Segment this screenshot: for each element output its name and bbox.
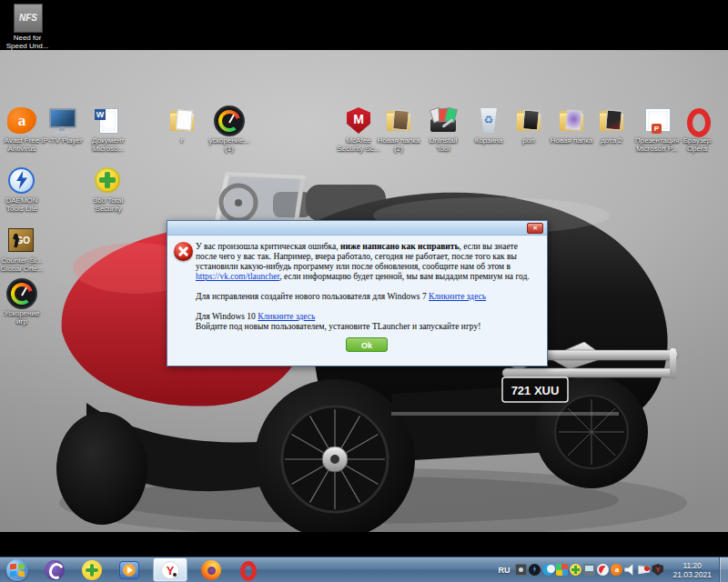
dialog-link[interactable]: Кликните здесь <box>258 312 315 321</box>
avast-tray-icon[interactable] <box>611 564 622 576</box>
system-tray-area: RU 11:20 21.03.2021 <box>492 557 728 582</box>
folder-dark-icon <box>513 106 544 135</box>
show-desktop-button[interactable] <box>719 557 728 582</box>
icon-label: Новая папка <box>550 136 593 145</box>
ts360-icon <box>81 559 103 581</box>
desktop-icon-opera[interactable]: Браузер Opera <box>675 106 719 153</box>
icon-label: Документ Microso... <box>86 136 130 153</box>
taskbar-firefox-button[interactable] <box>197 558 225 581</box>
taskbar-start-button[interactable] <box>4 558 31 581</box>
flag-tray-icon[interactable] <box>638 566 650 576</box>
icon-label: McAfee Security Sc... <box>337 136 380 153</box>
desktop-icon-daemon[interactable]: DAEMON Tools Lite <box>0 166 44 213</box>
start-icon <box>6 559 28 581</box>
daemon-tray-icon[interactable] <box>529 564 541 576</box>
folder-icon <box>167 106 197 135</box>
dialog-link[interactable]: Кликните здесь <box>429 292 486 301</box>
desktop-icon-ts360[interactable]: 360 Total Security <box>86 166 130 213</box>
dialog-body: У вас произошла критическая ошибка, ниже… <box>167 236 547 356</box>
icon-label: Браузер Opera <box>675 136 719 153</box>
dialog-titlebar[interactable]: × <box>167 221 547 236</box>
language-indicator[interactable]: RU <box>492 557 515 582</box>
desktop-icon-uninstall[interactable]: Uninstall Tool <box>421 106 465 153</box>
desktop-icon-iptv[interactable]: IP-TV Player <box>40 106 84 145</box>
icon-label: Avast Free Antivirus <box>0 136 44 153</box>
desktop-icon-nfs[interactable]: NFSNeed for Speed Und... <box>5 4 49 50</box>
taskbar-opera-button[interactable] <box>235 558 262 581</box>
icon-label: Counter-St... Global Offe... <box>0 256 44 273</box>
tray-icons <box>515 564 663 576</box>
letterbox-bottom <box>0 532 728 557</box>
taskbar-buttons: Y <box>0 557 262 582</box>
ok-button[interactable]: Ok <box>346 337 388 352</box>
gauge-icon <box>6 279 37 308</box>
gauge-tray-icon[interactable] <box>597 564 609 576</box>
icon-label: Корзина <box>467 136 511 145</box>
360-tray-icon[interactable] <box>570 564 581 576</box>
monitor-icon <box>46 106 77 135</box>
dialog-paragraph: Войдите под новым пользователем, установ… <box>196 322 538 332</box>
settings-tray-icon[interactable] <box>515 564 527 576</box>
desktop-icon-word[interactable]: WДокумент Microso... <box>86 106 130 153</box>
display-tray-icon[interactable] <box>583 564 595 576</box>
desktop-icon-dota[interactable]: дота 2 <box>590 106 633 145</box>
player-icon <box>118 559 140 581</box>
error-dialog: × У вас произошла критическая ошибка, ни… <box>167 220 548 366</box>
icon-label: Uninstall Tool <box>421 136 465 153</box>
yshield-tray-icon[interactable] <box>652 564 663 576</box>
volume-tray-icon[interactable] <box>624 564 636 576</box>
dialog-paragraph: Для исправления создайте нового пользова… <box>196 292 538 302</box>
desktop-icon-ppt[interactable]: PПрезентация Microsoft P... <box>635 106 679 153</box>
ts360-icon <box>93 166 124 196</box>
dialog-text-block: У вас произошла критическая ошибка, ниже… <box>196 242 538 332</box>
taskbar-bittorrent-button[interactable] <box>41 558 68 581</box>
yandex-icon: Y <box>159 559 181 581</box>
opera-icon <box>682 106 713 135</box>
clock[interactable]: 11:20 21.03.2021 <box>663 561 719 579</box>
dialog-paragraph: Для Windows 10 Кликните здесь <box>196 312 538 322</box>
desktop-icon-csgo[interactable]: GOCounter-St... Global Offe... <box>0 226 44 273</box>
letterbox-top: NFSNeed for Speed Und... <box>0 0 728 50</box>
bittorrent-icon <box>44 559 66 581</box>
icon-label: дота 2 <box>590 136 633 145</box>
desktop-icon-recycle[interactable]: ♻Корзина <box>467 106 511 145</box>
screen: NFSNeed for Speed Und... <box>0 0 728 582</box>
desktop-icon-boost1[interactable]: ускорение... (1) <box>207 106 251 153</box>
desktop-icon-avast[interactable]: aAvast Free Antivirus <box>0 106 44 153</box>
taskbar-player-button[interactable] <box>116 558 143 581</box>
desktop-icon-folder-new[interactable]: Новая папка <box>550 106 593 145</box>
error-icon <box>174 242 193 261</box>
desktop-icon-mcafee[interactable]: MMcAfee Security Sc... <box>337 106 380 153</box>
icon-label: Новая папка (2) <box>377 136 420 153</box>
nfs-icon: NFS <box>12 4 43 33</box>
icon-label: IP-TV Player <box>40 136 84 145</box>
desktop-icon-pon[interactable]: pon <box>507 106 551 145</box>
opera-icon <box>238 559 259 581</box>
cube-tray-icon[interactable] <box>556 564 568 576</box>
dialog-text: Для исправления создайте нового пользова… <box>196 292 429 301</box>
moon-tray-icon[interactable] <box>542 564 554 576</box>
dialog-link[interactable]: https://vk.com/tlauncher <box>196 272 279 281</box>
icon-label: Need for Speed Und... <box>5 34 49 50</box>
recycle-icon: ♻ <box>473 106 504 135</box>
desktop-icon-folder2[interactable]: Новая папка (2) <box>377 106 420 153</box>
desktop-icon-folder-r[interactable]: r <box>160 106 204 145</box>
desktop-icon-boost2[interactable]: Ускорение игр <box>0 279 44 326</box>
taskbar-yandex-button[interactable]: Y <box>153 557 187 582</box>
icon-label: ускорение... (1) <box>207 136 251 153</box>
gauge-icon <box>214 106 245 135</box>
daemon-icon <box>6 166 37 196</box>
icon-label: 360 Total Security <box>86 196 130 213</box>
dialog-text: , если информацию будет ценной, мы вам в… <box>279 272 530 281</box>
icon-label: r <box>160 136 204 145</box>
dialog-bold-text: ниже написано как исправить <box>340 242 459 251</box>
csgo-icon: GO <box>6 226 37 256</box>
license-plate: 721 XUU <box>511 384 560 397</box>
close-icon[interactable]: × <box>527 223 543 234</box>
clock-date: 21.03.2021 <box>672 570 712 579</box>
mcafee-icon: M <box>343 106 374 135</box>
folder-purple-icon <box>556 106 587 135</box>
folder-photo-icon <box>383 106 414 135</box>
folder-dota-icon <box>596 106 627 135</box>
taskbar-ts360-button[interactable] <box>78 558 106 581</box>
